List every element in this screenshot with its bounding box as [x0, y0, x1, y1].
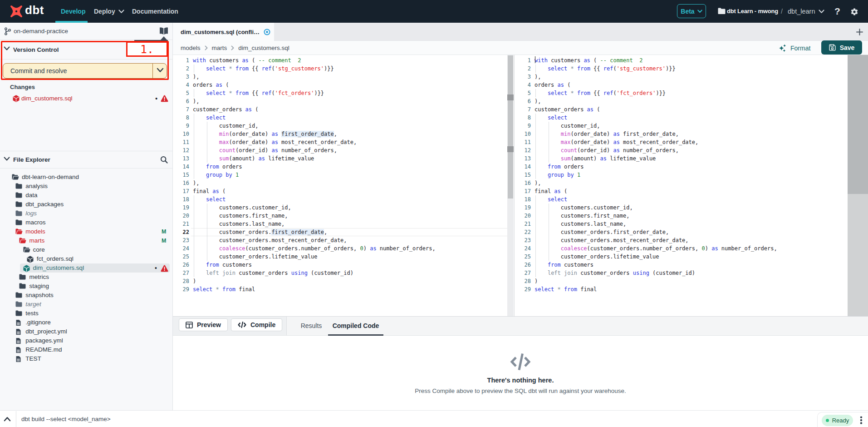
nav-develop[interactable]: Develop — [61, 0, 85, 23]
project-name[interactable]: dbt Learn - mwong — [727, 0, 778, 23]
breadcrumb-item[interactable]: marts — [212, 45, 227, 51]
tab-results[interactable]: Results — [294, 317, 329, 335]
tree-item-macros[interactable]: macros — [0, 218, 172, 227]
dbt-logo-text[interactable]: dbt — [25, 3, 44, 17]
code-token — [535, 155, 561, 162]
code-token: customer_orders — [577, 270, 633, 276]
dbt-logo-icon[interactable] — [9, 4, 24, 19]
code-token — [193, 114, 206, 121]
nav-deploy[interactable]: Deploy — [94, 0, 124, 23]
code-token: customer_orders.lifetime_value — [193, 253, 318, 260]
tree-item-data[interactable]: data — [0, 191, 172, 200]
code-token: customer_orders.lifetime_value — [535, 253, 659, 260]
editor-pane-right[interactable]: 1with customers as ( -- comment 22 selec… — [514, 55, 839, 316]
tree-item-dim_customers.sql[interactable]: dim_customers.sql• — [0, 263, 172, 273]
code-token: as — [613, 131, 619, 137]
doc-icon — [15, 356, 21, 362]
code-token: count — [219, 147, 235, 154]
tab-compiled-code[interactable]: Compiled Code — [328, 317, 383, 335]
code-text: customers.first_name, — [535, 212, 630, 220]
code-text: from orders — [193, 163, 242, 171]
tree-item-.gitignore[interactable]: .gitignore — [0, 318, 172, 327]
preview-button[interactable]: Preview — [179, 318, 228, 331]
scrollbar-mark — [507, 94, 514, 100]
code-token — [193, 139, 219, 145]
left-pane-scrollbar[interactable] — [507, 55, 514, 316]
tree-item-metrics[interactable]: metrics — [0, 273, 172, 282]
code-text: select * from {{ ref('stg_customers')}} — [535, 65, 676, 73]
new-tab-plus-icon[interactable] — [856, 29, 863, 35]
right-pane-scrollbar[interactable] — [848, 55, 868, 316]
code-token: customers.first_name, — [535, 213, 630, 219]
code-token: from — [548, 262, 561, 268]
tree-item-dbt-learn-on-demand[interactable]: dbt-learn-on-demand — [0, 173, 172, 182]
code-token: 0 — [701, 245, 705, 252]
save-button[interactable]: Save — [821, 40, 862, 55]
kebab-menu-icon[interactable] — [860, 416, 863, 424]
code-token: customer_id, — [535, 123, 600, 129]
settings-gear-icon[interactable] — [850, 8, 858, 16]
tree-item-fct_orders.sql[interactable]: fct_orders.sql — [0, 254, 172, 263]
status-dot — [826, 419, 829, 422]
code-token: 'stg_customers' — [617, 65, 666, 72]
code-token: ( — [590, 57, 600, 64]
search-icon[interactable] — [160, 156, 168, 164]
docs-book-icon[interactable] — [159, 27, 168, 35]
tree-item-dbt_packages[interactable]: dbt_packages — [0, 200, 172, 209]
format-button[interactable]: Format — [779, 41, 810, 55]
editor-pane-left[interactable]: 1with customers as ( -- comment 22 selec… — [173, 55, 507, 316]
code-token: most_recent_order_date, — [620, 139, 698, 145]
code-token: select — [548, 196, 567, 203]
line-number: 24 — [515, 244, 531, 253]
code-text: min(order_date) as first_order_date, — [193, 130, 337, 138]
code-token: with — [193, 57, 206, 64]
tree-item-packages.yml[interactable]: packages.yml — [0, 336, 172, 345]
branch-name[interactable]: on-demand-practice — [14, 23, 68, 40]
tree-item-dbt_project.yml[interactable]: dbt_project.yml — [0, 327, 172, 336]
tree-item-staging[interactable]: staging — [0, 282, 172, 291]
tree-item-models[interactable]: modelsM — [0, 227, 172, 236]
code-token: ( — [564, 82, 570, 88]
command-input[interactable]: dbt build --select <model_name> — [21, 411, 111, 427]
code-token: select — [535, 286, 554, 293]
folder-icon — [19, 283, 26, 289]
folder-icon — [15, 183, 22, 189]
help-button[interactable]: ? — [834, 0, 840, 23]
beta-dropdown[interactable]: Beta — [677, 4, 706, 18]
code-token — [574, 90, 577, 96]
scrollbar-thumb[interactable] — [508, 55, 513, 199]
line-number: 16 — [515, 179, 531, 187]
tree-item-core[interactable]: core — [0, 245, 172, 254]
tree-item-target[interactable]: target — [0, 300, 172, 309]
save-floppy-icon — [829, 44, 836, 51]
tree-item-tests[interactable]: tests — [0, 309, 172, 318]
doc-icon — [15, 328, 21, 335]
tree-item-snapshots[interactable]: snapshots — [0, 291, 172, 300]
tree-item-logs[interactable]: logs — [0, 209, 172, 218]
code-token: ( — [613, 65, 616, 72]
code-token: final — [193, 188, 212, 194]
environment-dropdown[interactable]: dbt_learn — [788, 0, 824, 23]
nav-documentation[interactable]: Documentation — [132, 0, 178, 23]
line-number: 15 — [173, 171, 189, 179]
code-token: first_order_date — [623, 131, 676, 137]
tab-dim-customers[interactable]: dim_customers.sql (confli… — [173, 23, 274, 41]
chevron-up-icon[interactable] — [4, 417, 11, 422]
file-explorer-header[interactable]: File Explorer — [0, 151, 172, 169]
code-token: )}} — [324, 65, 334, 72]
code-token: as — [271, 147, 278, 154]
code-token: by — [567, 172, 574, 178]
tree-item-marts[interactable]: martsM — [0, 236, 172, 245]
code-editor: 1with customers as ( -- comment 22 selec… — [173, 55, 868, 317]
tree-item-README.md[interactable]: README.md — [0, 345, 172, 354]
tree-item-TEST[interactable]: TEST — [0, 354, 172, 363]
tree-item-analysis[interactable]: analysis — [0, 182, 172, 191]
line-number: 29 — [173, 285, 189, 293]
breadcrumb-item[interactable]: models — [181, 45, 201, 51]
code-token: lifetime_value — [265, 155, 314, 162]
scrollbar-thumb[interactable] — [848, 55, 868, 194]
line-number: 17 — [515, 187, 531, 195]
changed-file-row[interactable]: dim_customers.sql • — [0, 94, 172, 104]
breadcrumb-item[interactable]: dim_customers.sql — [238, 45, 289, 51]
compile-button[interactable]: Compile — [231, 318, 282, 331]
